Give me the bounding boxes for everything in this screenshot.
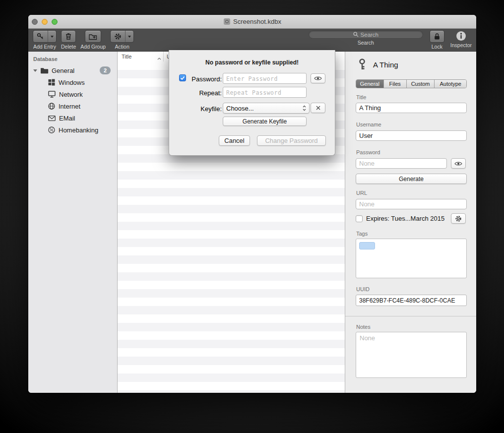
add-group-label: Add Group bbox=[80, 44, 106, 50]
add-entry-label: Add Entry bbox=[33, 44, 56, 50]
add-group-group: Add Group bbox=[80, 30, 106, 50]
reveal-password-button[interactable] bbox=[311, 73, 325, 83]
delete-button[interactable] bbox=[61, 30, 76, 43]
lock-icon bbox=[434, 33, 440, 40]
url-field-label: URL bbox=[356, 190, 367, 196]
inspector-group: Inspector bbox=[450, 30, 472, 48]
expires-label: Expires: Tues...March 2015 bbox=[366, 215, 444, 222]
sort-ascending-icon bbox=[157, 55, 161, 61]
sidebar-item-network[interactable]: Network bbox=[28, 88, 117, 100]
password-field[interactable] bbox=[356, 158, 447, 169]
inspector-tabs: General Files Custom Autotype bbox=[356, 79, 467, 88]
check-icon bbox=[180, 76, 185, 80]
eye-icon bbox=[314, 76, 322, 81]
url-field[interactable] bbox=[356, 199, 467, 209]
sidebar-section-header: Database bbox=[28, 55, 117, 64]
add-entry-dropdown[interactable] bbox=[48, 31, 56, 42]
tab-files[interactable]: Files bbox=[383, 80, 406, 88]
document-icon bbox=[223, 18, 231, 25]
monitor-icon bbox=[48, 91, 56, 98]
folder-plus-icon bbox=[85, 31, 101, 42]
action-button[interactable] bbox=[110, 30, 134, 43]
column-header-title[interactable]: Title bbox=[118, 52, 164, 62]
password-checkbox[interactable] bbox=[179, 74, 186, 81]
sidebar-item-label: EMail bbox=[59, 115, 75, 122]
sidebar-item-email[interactable]: EMail bbox=[28, 112, 117, 124]
sidebar-item-internet[interactable]: Internet bbox=[28, 100, 117, 112]
eye-icon bbox=[454, 161, 462, 166]
action-group: Action bbox=[110, 30, 134, 50]
add-group-button[interactable] bbox=[85, 30, 101, 43]
reveal-password-button[interactable] bbox=[451, 158, 466, 169]
dialog-message: No password or keyfile supplied! bbox=[169, 59, 335, 66]
chevron-down-icon bbox=[51, 36, 54, 38]
windows-icon bbox=[48, 79, 55, 86]
add-entry-button[interactable] bbox=[33, 30, 57, 43]
search-group: Search Search bbox=[309, 30, 423, 46]
action-label: Action bbox=[115, 44, 129, 50]
title-field-label: Title bbox=[356, 94, 366, 100]
gear-icon bbox=[455, 215, 462, 222]
repeat-password-input[interactable] bbox=[223, 87, 307, 98]
sidebar: Database General 2 Windows Network bbox=[28, 52, 118, 393]
expires-checkbox[interactable] bbox=[356, 215, 363, 222]
clear-keyfile-button[interactable] bbox=[311, 103, 325, 113]
username-field-label: Username bbox=[356, 122, 381, 127]
action-dropdown[interactable] bbox=[125, 31, 133, 42]
keyfile-popup[interactable]: Choose... bbox=[223, 103, 310, 114]
sidebar-item-homebanking[interactable]: Homebanking bbox=[28, 124, 117, 136]
inspector-panel: A Thing General Files Custom Autotype Ti… bbox=[345, 52, 476, 393]
notes-field-label: Notes bbox=[356, 324, 371, 330]
inspector-label: Inspector bbox=[450, 42, 472, 48]
lock-group: Lock bbox=[430, 30, 444, 50]
uuid-field[interactable] bbox=[356, 295, 467, 306]
sidebar-item-label: Internet bbox=[59, 103, 80, 110]
password-field-label: Password bbox=[356, 149, 380, 155]
app-window: Screenshot.kdbx Add Entry Delete bbox=[28, 15, 476, 393]
search-input[interactable]: Search bbox=[309, 30, 423, 39]
disclosure-triangle-icon[interactable] bbox=[33, 69, 37, 72]
username-field[interactable] bbox=[356, 130, 467, 141]
sidebar-item-windows[interactable]: Windows bbox=[28, 76, 117, 88]
tab-general[interactable]: General bbox=[356, 80, 383, 88]
entry-count-badge: 2 bbox=[100, 66, 111, 74]
expires-settings-button[interactable] bbox=[451, 213, 466, 224]
sidebar-item-general[interactable]: General 2 bbox=[28, 64, 117, 76]
chevron-down-icon bbox=[128, 36, 131, 38]
tags-field[interactable] bbox=[356, 239, 467, 278]
divider bbox=[345, 316, 476, 316]
tab-autotype[interactable]: Autotype bbox=[434, 80, 466, 88]
search-placeholder: Search bbox=[361, 32, 378, 38]
password-input[interactable] bbox=[223, 73, 307, 84]
delete-label: Delete bbox=[61, 44, 76, 50]
gear-icon bbox=[111, 31, 125, 42]
folder-icon bbox=[40, 67, 49, 74]
title-field[interactable] bbox=[356, 103, 467, 113]
change-password-button[interactable]: Change Password bbox=[257, 135, 326, 146]
envelope-icon bbox=[48, 116, 56, 121]
expires-row: Expires: Tues...March 2015 bbox=[356, 215, 444, 222]
uuid-field-label: UUID bbox=[356, 286, 370, 292]
entry-title: A Thing bbox=[373, 61, 398, 69]
inspector-toggle-button[interactable] bbox=[456, 31, 466, 41]
sidebar-item-label: Network bbox=[59, 91, 83, 98]
cancel-button[interactable]: Cancel bbox=[219, 135, 250, 146]
globe-icon bbox=[48, 103, 55, 110]
tab-custom[interactable]: Custom bbox=[406, 80, 435, 88]
tag-chip[interactable] bbox=[359, 242, 375, 249]
search-label: Search bbox=[358, 40, 374, 46]
notes-field[interactable] bbox=[356, 332, 467, 378]
lock-button[interactable] bbox=[430, 30, 444, 43]
key-icon bbox=[358, 59, 367, 71]
password-label: Password: bbox=[187, 75, 222, 83]
tags-field-label: Tags bbox=[356, 231, 368, 237]
close-icon bbox=[315, 105, 321, 111]
generate-keyfile-button[interactable]: Generate Keyfile bbox=[223, 117, 307, 126]
sidebar-item-label: Homebanking bbox=[59, 126, 98, 134]
window-title-text: Screenshot.kdbx bbox=[233, 18, 281, 25]
info-icon bbox=[456, 31, 466, 41]
search-icon bbox=[353, 32, 359, 37]
lock-label: Lock bbox=[432, 44, 442, 50]
generate-password-button[interactable]: Generate bbox=[356, 174, 467, 184]
title-bar: Screenshot.kdbx bbox=[28, 15, 476, 29]
